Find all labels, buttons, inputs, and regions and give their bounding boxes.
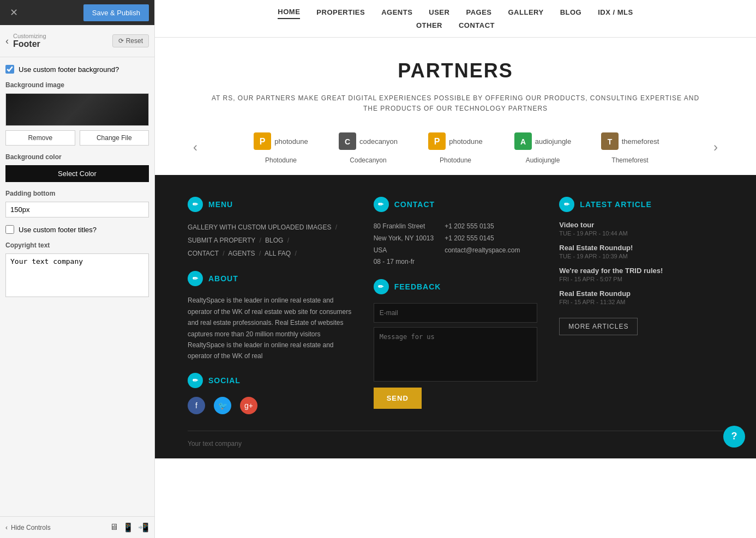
address-street: 80 Franklin Street (374, 221, 434, 233)
footer-about-title: ✏ ABOUT (188, 271, 352, 286)
footer-social: ✏ SOCIAL f 🐦 g+ (188, 373, 352, 414)
sidebar: ✕ Save & Publish ‹ Customizing Footer ⟳ … (0, 0, 155, 538)
article-item-2: Real Estate Roundup! TUE - 19 APR - 10:3… (559, 244, 723, 260)
article-title-2: Real Estate Roundup! (559, 244, 723, 252)
svg-text:P: P (434, 137, 440, 146)
send-button[interactable]: SEND (374, 388, 422, 409)
nav-item-properties[interactable]: PROPERTIES (316, 6, 365, 19)
footer-col-middle: ✏ CONTACT 80 Franklin Street New York, N… (374, 197, 538, 414)
custom-bg-checkbox[interactable] (5, 65, 14, 74)
footer-grid: ✏ MENU GALLERY WITH CUSTOM UPLOADED IMAG… (188, 197, 723, 414)
nav-item-gallery[interactable]: GALLERY (508, 6, 544, 19)
partners-section: PARTNERS AT RS, OUR PARTNERS MAKE GREAT … (155, 38, 756, 175)
article-date-3: FRI - 15 APR - 5:07 PM (559, 276, 622, 282)
svg-text:T: T (607, 137, 612, 146)
nav-item-contact[interactable]: CONTACT (459, 19, 495, 32)
sidebar-content: Use custom footer background? Background… (0, 57, 154, 516)
footer-copyright-text: Your text company (188, 440, 242, 448)
footer-col-right: ✏ LATEST ARTICLE Video tour TUE - 19 APR… (559, 197, 723, 414)
latest-edit-icon[interactable]: ✏ (559, 197, 574, 212)
partner-name-photodune2: Photodune (440, 156, 471, 164)
twitter-icon[interactable]: 🐦 (214, 397, 231, 414)
feedback-email-input[interactable] (374, 303, 538, 323)
nav-item-idx[interactable]: IDX / MLS (598, 6, 633, 19)
nav-item-blog[interactable]: BLOG (560, 6, 582, 19)
footer-menu-links: GALLERY WITH CUSTOM UPLOADED IMAGES / SU… (188, 221, 352, 260)
list-item: CONTACT / AGENTS / ALL FAQ / (188, 247, 352, 260)
carousel-prev-button[interactable]: ‹ (188, 134, 203, 160)
help-button[interactable]: ? (723, 426, 745, 448)
view-icons: 🖥 📱 📲 (110, 522, 149, 533)
bg-image-label: Background image (5, 81, 149, 89)
address-city: New York, NY 10013 (374, 233, 434, 245)
change-file-button[interactable]: Change File (80, 130, 149, 146)
article-title-1: Video tour (559, 221, 723, 229)
googleplus-icon[interactable]: g+ (240, 397, 257, 414)
svg-text:C: C (345, 137, 350, 146)
copyright-section: Copyright text Your text company (5, 241, 149, 299)
custom-bg-label: Use custom footer background? (19, 65, 119, 74)
contact-row-1: 80 Franklin Street New York, NY 10013 US… (374, 221, 538, 268)
more-articles-button[interactable]: MORE ARTICLES (559, 318, 638, 335)
footer-label: Footer (13, 39, 46, 49)
list-item: SUBMIT A PROPERTY / BLOG / (188, 234, 352, 247)
sidebar-header: ‹ Customizing Footer ⟳ Reset (0, 25, 154, 57)
tablet-view-icon[interactable]: 📱 (123, 522, 134, 533)
facebook-icon[interactable]: f (188, 397, 205, 414)
partner-logo-photodune2: P photodune (423, 130, 488, 152)
bg-color-section: Background color Select Color (5, 153, 149, 182)
select-color-button[interactable]: Select Color (5, 165, 149, 182)
reset-button[interactable]: ⟳ Reset (112, 34, 149, 47)
site-nav: HOME PROPERTIES AGENTS USER PAGES GALLER… (155, 0, 756, 38)
address-hours: 08 - 17 mon-fr (374, 256, 434, 268)
article-date-1: TUE - 19 APR - 10:44 AM (559, 230, 627, 237)
nav-item-pages[interactable]: PAGES (466, 6, 491, 19)
partner-name-themeforest: Themeforest (611, 156, 648, 164)
contact-address: 80 Franklin Street New York, NY 10013 US… (374, 221, 434, 268)
remove-button[interactable]: Remove (5, 130, 75, 146)
close-button[interactable]: ✕ (5, 4, 22, 21)
contact-edit-icon[interactable]: ✏ (374, 197, 389, 212)
sidebar-top-bar: ✕ Save & Publish (0, 0, 154, 25)
bg-color-label: Background color (5, 153, 149, 161)
customizing-label: Customizing (13, 33, 46, 39)
footer-contact-title: ✏ CONTACT (374, 197, 538, 212)
nav-item-user[interactable]: USER (429, 6, 449, 19)
hide-controls-button[interactable]: ‹ Hide Controls (5, 524, 51, 531)
save-publish-button[interactable]: Save & Publish (83, 4, 149, 21)
feedback-edit-icon[interactable]: ✏ (374, 279, 389, 294)
footer-feedback-title: ✏ FEEDBACK (374, 279, 538, 294)
phone2: +1 202 555 0145 (445, 233, 520, 245)
phone1: +1 202 555 0135 (445, 221, 520, 233)
nav-item-home[interactable]: HOME (278, 5, 300, 19)
about-edit-icon[interactable]: ✏ (188, 271, 203, 286)
social-edit-icon[interactable]: ✏ (188, 373, 203, 388)
article-date-2: TUE - 19 APR - 10:39 AM (559, 253, 627, 259)
sidebar-bottom: ‹ Hide Controls 🖥 📱 📲 (0, 516, 154, 538)
partner-logo-codecanyon: C codecanyon (335, 130, 401, 152)
partner-item: C codecanyon Codecanyon (335, 130, 401, 164)
custom-titles-checkbox[interactable] (5, 225, 14, 234)
mobile-view-icon[interactable]: 📲 (138, 522, 149, 533)
page-scroll: PARTNERS AT RS, OUR PARTNERS MAKE GREAT … (155, 38, 756, 538)
footer-menu-title: ✏ MENU (188, 197, 352, 212)
custom-titles-checkbox-row: Use custom footer titles? (5, 225, 149, 234)
custom-bg-checkbox-row: Use custom footer background? (5, 65, 149, 74)
back-arrow-icon[interactable]: ‹ (5, 35, 9, 47)
menu-edit-icon[interactable]: ✏ (188, 197, 203, 212)
nav-item-agents[interactable]: AGENTS (381, 6, 412, 19)
partner-item: T themeforest Themeforest (597, 130, 663, 164)
padding-bottom-input[interactable] (5, 202, 149, 217)
contact-phones: +1 202 555 0135 +1 202 555 0145 contact@… (445, 221, 520, 268)
padding-bottom-section: Padding bottom (5, 190, 149, 217)
partner-name-photodune1: Photodune (265, 156, 297, 164)
carousel-next-button[interactable]: › (708, 134, 723, 160)
hide-controls-label: Hide Controls (11, 524, 51, 531)
nav-item-other[interactable]: OTHER (416, 19, 442, 32)
chevron-left-icon: ‹ (5, 524, 8, 531)
partners-carousel: ‹ P photodune Photodune (188, 130, 723, 164)
desktop-view-icon[interactable]: 🖥 (110, 522, 118, 533)
feedback-message-input[interactable] (374, 327, 538, 382)
copyright-textarea[interactable]: Your text company (5, 253, 149, 297)
partner-logo-photodune1: P photodune (248, 130, 314, 152)
